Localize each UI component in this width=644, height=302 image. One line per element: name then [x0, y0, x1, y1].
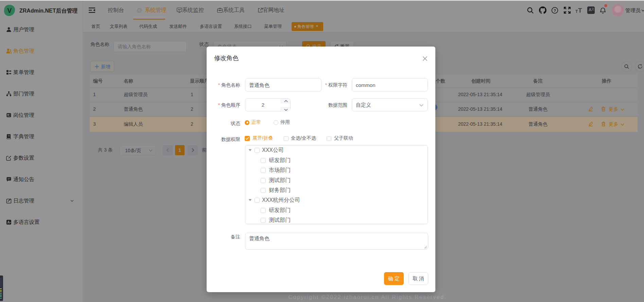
svg-text:?: ?: [554, 8, 556, 13]
svg-text:A: A: [7, 220, 10, 224]
svg-text:V: V: [7, 7, 12, 14]
